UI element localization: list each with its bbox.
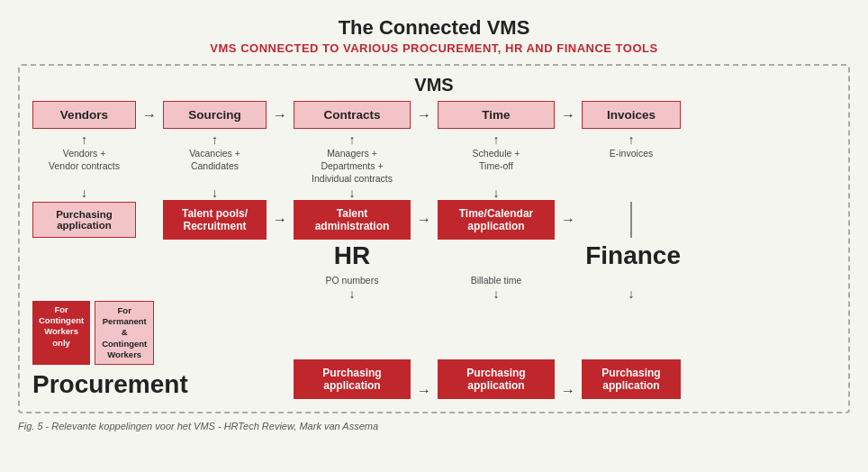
down-arrow-sourcing: ↓ (163, 186, 267, 200)
diagram-container: VMS Vendors → Sourcing → Contracts → Tim… (18, 64, 850, 413)
time-box: Time (438, 101, 555, 129)
vms-box-contracts: Contracts (294, 101, 411, 129)
billable-text: Billable time (438, 274, 555, 286)
talent-pools-box: Talent pools/Recruitment (163, 200, 267, 240)
vms-box-vendors: Vendors (32, 101, 136, 129)
bottom-billable-box: Purchasingapplication (438, 359, 555, 399)
contracts-box: Contracts (294, 101, 411, 129)
down-arrow-billable: ↓ (438, 286, 555, 301)
time-calendar-box: Time/Calendarapplication (438, 200, 555, 240)
arrow-4: → (555, 107, 582, 123)
down-arrow-finance: ↓ (582, 286, 681, 301)
up-arrow-time: ↑ (438, 132, 555, 147)
bottom-finance-box: Purchasingapplication (582, 359, 681, 399)
purchasing-app-po: Purchasingapplication (294, 359, 411, 399)
purchasing-app-vendors: Purchasingapplication (32, 202, 136, 238)
procurement-badges: For Contingent Workers only For Permanen… (32, 301, 154, 366)
sourcing-box: Sourcing (163, 101, 267, 129)
hr-label-row: HR Finance (32, 241, 836, 270)
bottom-text-row: PO numbers Billable time (32, 274, 836, 286)
up-arrow-vendors: ↑ (32, 132, 136, 147)
arrow-3: → (411, 107, 438, 123)
hr-label: HR (334, 241, 370, 269)
po-text: PO numbers (294, 274, 411, 286)
hr-boxes-row: Purchasingapplication Talent pools/Recru… (32, 200, 836, 240)
vendors-hr-box: Purchasingapplication (32, 202, 136, 238)
badge-contingent: For Contingent Workers only (32, 301, 90, 366)
procurement-area: For Contingent Workers only For Permanen… (32, 301, 136, 400)
invoices-down-arrow (582, 202, 681, 238)
vms-box-time: Time (438, 101, 555, 129)
up-arrows-row: ↑ ↑ ↑ ↑ ↑ (32, 132, 836, 147)
arrow-hr-2: → (411, 212, 438, 228)
bottom-po-box: Purchasingapplication (294, 359, 411, 399)
purchasing-app-billable: Purchasingapplication (438, 359, 555, 399)
purchasing-app-finance: Purchasingapplication (582, 359, 681, 399)
sourcing-text: Vacancies +Candidates (163, 147, 267, 172)
talent-admin-box: Talentadministration (294, 200, 411, 240)
arrow-hr-3: → (555, 212, 582, 228)
time-hr-box: Time/Calendarapplication (438, 200, 555, 240)
fig-caption: Fig. 5 - Relevante koppelingen voor het … (18, 421, 850, 431)
main-title: The Connected VMS (339, 16, 530, 40)
down-arrow-po: ↓ (294, 286, 411, 301)
sourcing-hr-box: Talent pools/Recruitment (163, 200, 267, 240)
up-arrow-contracts: ↑ (294, 132, 411, 147)
arrow-hr-1: → (267, 212, 294, 228)
vms-box-invoices: Invoices (582, 101, 681, 129)
up-arrow-invoices: ↑ (582, 132, 681, 147)
down-arrows-row: ↓ ↓ ↓ ↓ (32, 186, 836, 200)
down-arrow-contracts: ↓ (294, 186, 411, 200)
down-arrow-time: ↓ (438, 186, 555, 200)
procurement-label: Procurement (32, 370, 188, 399)
vendors-box: Vendors (32, 101, 136, 129)
vms-box-sourcing: Sourcing (163, 101, 267, 129)
up-arrow-sourcing: ↑ (163, 132, 267, 147)
bottom-boxes-row: For Contingent Workers only For Permanen… (32, 301, 836, 400)
down-arrow-vendors: ↓ (32, 186, 136, 200)
arrow-bottom-1: → (411, 383, 438, 399)
contracts-text: Managers +Departments +Individual contra… (294, 147, 411, 186)
vms-label: VMS (32, 75, 836, 95)
arrow-2: → (267, 107, 294, 123)
invoices-box: Invoices (582, 101, 681, 129)
badge-permanent: For Permanent & Contingent Workers (95, 301, 154, 366)
contracts-hr-box: Talentadministration (294, 200, 411, 240)
bottom-down-arrows-row: ↓ ↓ ↓ (32, 286, 836, 301)
time-text: Schedule +Time-off (438, 147, 555, 172)
arrow-bottom-2: → (555, 383, 582, 399)
sub-title: VMS CONNECTED TO VARIOUS PROCUREMENT, HR… (210, 41, 657, 55)
vendors-text: Vendors +Vendor contracts (32, 147, 136, 172)
finance-label: Finance (585, 241, 681, 269)
vms-row: Vendors → Sourcing → Contracts → Time → … (32, 101, 836, 129)
invoices-text: E-invoices (582, 147, 681, 159)
arrow-1: → (136, 107, 163, 123)
text-row: Vendors +Vendor contracts Vacancies +Can… (32, 147, 836, 186)
